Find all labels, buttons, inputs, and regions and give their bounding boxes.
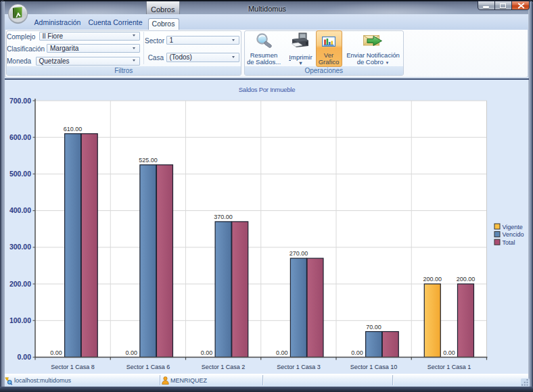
svg-text:400.00: 400.00 xyxy=(9,206,31,214)
svg-text:700.00: 700.00 xyxy=(9,97,31,105)
svg-text:0.00: 0.00 xyxy=(351,349,363,356)
svg-text:Vigente: Vigente xyxy=(503,224,523,230)
svg-text:Vencido: Vencido xyxy=(503,231,524,238)
svg-text:0.00: 0.00 xyxy=(50,349,62,356)
svg-text:0.00: 0.00 xyxy=(201,349,213,356)
svg-text:Total: Total xyxy=(503,239,515,246)
svg-text:600.00: 600.00 xyxy=(9,133,31,141)
svg-text:Sector 1 Casa 3: Sector 1 Casa 3 xyxy=(277,364,321,370)
svg-text:370.00: 370.00 xyxy=(214,214,233,220)
svg-text:300.00: 300.00 xyxy=(9,243,31,251)
svg-text:0.00: 0.00 xyxy=(276,349,288,356)
svg-text:200.00: 200.00 xyxy=(9,280,31,288)
svg-text:270.00: 270.00 xyxy=(289,250,308,257)
svg-text:525.00: 525.00 xyxy=(139,157,158,164)
svg-text:0.00: 0.00 xyxy=(18,353,32,361)
svg-text:100.00: 100.00 xyxy=(9,316,31,324)
svg-text:Sector 1 Casa 6: Sector 1 Casa 6 xyxy=(126,364,170,370)
svg-text:Sector 1 Casa 10: Sector 1 Casa 10 xyxy=(350,364,398,370)
svg-text:Sector 1 Casa 1: Sector 1 Casa 1 xyxy=(427,364,471,370)
svg-text:Sector 1 Casa 2: Sector 1 Casa 2 xyxy=(202,364,246,370)
svg-text:200.00: 200.00 xyxy=(457,276,476,283)
svg-text:70.00: 70.00 xyxy=(366,324,381,330)
svg-text:0.00: 0.00 xyxy=(126,349,138,356)
svg-text:500.00: 500.00 xyxy=(9,170,31,178)
svg-text:610.00: 610.00 xyxy=(64,126,83,132)
svg-text:Saldos Por Inmueble: Saldos Por Inmueble xyxy=(239,86,295,93)
svg-text:0.00: 0.00 xyxy=(443,349,455,356)
svg-text:200.00: 200.00 xyxy=(423,276,442,283)
svg-text:Sector 1 Casa 8: Sector 1 Casa 8 xyxy=(51,364,95,370)
